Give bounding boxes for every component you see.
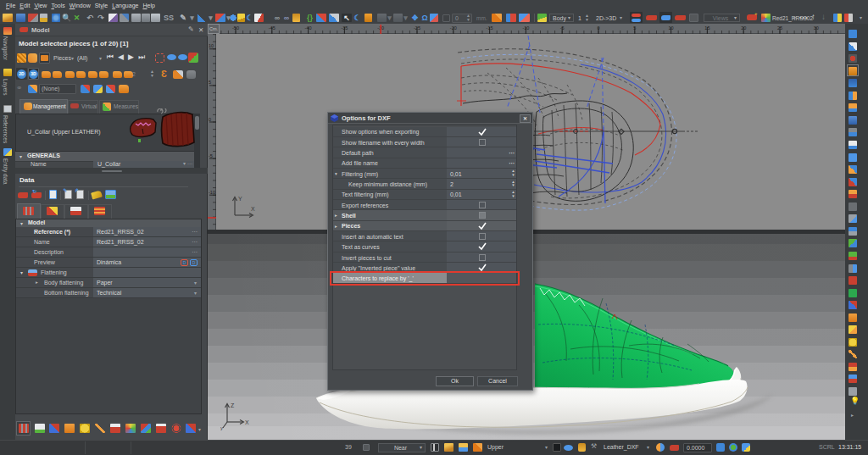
svg-text:30: 30 <box>814 25 819 31</box>
svg-text:-5: -5 <box>560 25 565 31</box>
svg-text:X: X <box>251 206 255 212</box>
svg-text:10: 10 <box>669 25 674 31</box>
svg-text:-40: -40 <box>305 25 312 31</box>
svg-text:5: 5 <box>633 25 636 31</box>
svg-text:-20: -20 <box>450 25 457 31</box>
svg-text:y: y <box>220 425 223 430</box>
svg-text:15: 15 <box>704 25 709 31</box>
svg-text:-35: -35 <box>341 25 348 31</box>
svg-text:Z: Z <box>231 402 235 408</box>
svg-text:-10: -10 <box>522 25 529 31</box>
svg-text:-25: -25 <box>414 25 420 31</box>
svg-text:25: 25 <box>777 25 782 31</box>
svg-text:-15: -15 <box>487 25 493 31</box>
svg-text:-45: -45 <box>269 25 275 31</box>
svg-text:20: 20 <box>741 25 746 31</box>
svg-text:X: X <box>245 419 249 425</box>
svg-text:-50: -50 <box>232 25 239 31</box>
svg-text:0: 0 <box>597 25 599 31</box>
svg-text:Y: Y <box>238 196 242 202</box>
